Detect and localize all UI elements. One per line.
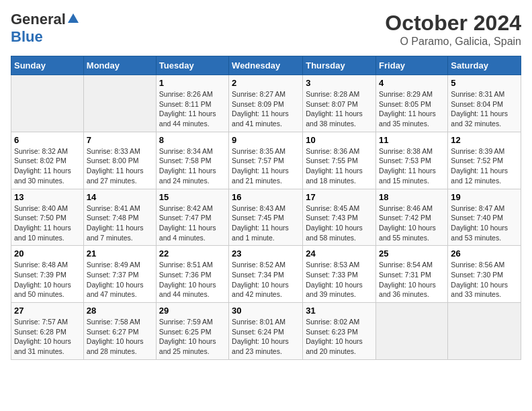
- calendar-cell: 26Sunrise: 8:56 AMSunset: 7:30 PMDayligh…: [448, 246, 521, 303]
- cell-details: Sunrise: 8:27 AMSunset: 8:09 PMDaylight:…: [232, 89, 300, 129]
- cell-details: Sunrise: 8:51 AMSunset: 7:36 PMDaylight:…: [159, 260, 226, 300]
- day-number: 4: [379, 78, 445, 88]
- calendar-cell: 25Sunrise: 8:54 AMSunset: 7:31 PMDayligh…: [376, 246, 448, 303]
- cell-details: Sunrise: 8:54 AMSunset: 7:31 PMDaylight:…: [379, 260, 445, 300]
- cell-details: Sunrise: 7:57 AMSunset: 6:28 PMDaylight:…: [14, 317, 81, 357]
- header-day-friday: Friday: [376, 56, 448, 75]
- cell-details: Sunrise: 8:43 AMSunset: 7:45 PMDaylight:…: [232, 203, 300, 243]
- day-number: 18: [379, 192, 445, 202]
- day-number: 8: [159, 135, 226, 145]
- calendar-title: October 2024: [385, 11, 521, 36]
- cell-details: Sunrise: 8:38 AMSunset: 7:53 PMDaylight:…: [379, 146, 445, 186]
- calendar-cell: 20Sunrise: 8:48 AMSunset: 7:39 PMDayligh…: [11, 246, 84, 303]
- calendar-cell: 1Sunrise: 8:26 AMSunset: 8:11 PMDaylight…: [156, 75, 228, 132]
- cell-details: Sunrise: 7:58 AMSunset: 6:27 PMDaylight:…: [87, 317, 153, 357]
- cell-details: Sunrise: 8:56 AMSunset: 7:30 PMDaylight:…: [451, 260, 518, 300]
- cell-details: Sunrise: 8:32 AMSunset: 8:02 PMDaylight:…: [14, 146, 81, 186]
- cell-details: Sunrise: 8:01 AMSunset: 6:24 PMDaylight:…: [232, 317, 300, 357]
- week-row-3: 13Sunrise: 8:40 AMSunset: 7:50 PMDayligh…: [11, 189, 521, 246]
- calendar-cell: 7Sunrise: 8:33 AMSunset: 8:00 PMDaylight…: [83, 132, 156, 189]
- calendar-cell: 10Sunrise: 8:36 AMSunset: 7:55 PMDayligh…: [303, 132, 376, 189]
- day-number: 1: [159, 78, 226, 88]
- calendar-cell: 12Sunrise: 8:39 AMSunset: 7:52 PMDayligh…: [448, 132, 521, 189]
- calendar-cell: 9Sunrise: 8:35 AMSunset: 7:57 PMDaylight…: [229, 132, 303, 189]
- day-number: 26: [451, 248, 518, 259]
- cell-details: Sunrise: 8:39 AMSunset: 7:52 PMDaylight:…: [451, 146, 518, 186]
- calendar-cell: 21Sunrise: 8:49 AMSunset: 7:37 PMDayligh…: [83, 246, 156, 303]
- svg-marker-0: [68, 13, 79, 23]
- cell-details: Sunrise: 8:33 AMSunset: 8:00 PMDaylight:…: [87, 146, 153, 186]
- calendar-cell: [11, 75, 84, 132]
- calendar-cell: 16Sunrise: 8:43 AMSunset: 7:45 PMDayligh…: [229, 189, 303, 246]
- logo-blue-text: Blue: [11, 28, 43, 45]
- logo-triangle-icon: [67, 12, 79, 24]
- calendar-cell: 6Sunrise: 8:32 AMSunset: 8:02 PMDaylight…: [11, 132, 84, 189]
- header-day-thursday: Thursday: [303, 56, 376, 75]
- cell-details: Sunrise: 8:02 AMSunset: 6:23 PMDaylight:…: [306, 317, 373, 357]
- header-day-tuesday: Tuesday: [156, 56, 228, 75]
- day-number: 20: [14, 248, 81, 259]
- calendar-cell: 17Sunrise: 8:45 AMSunset: 7:43 PMDayligh…: [303, 189, 376, 246]
- calendar-cell: 4Sunrise: 8:29 AMSunset: 8:05 PMDaylight…: [376, 75, 448, 132]
- cell-details: Sunrise: 8:34 AMSunset: 7:58 PMDaylight:…: [159, 146, 226, 186]
- day-number: 28: [87, 306, 153, 316]
- day-number: 25: [379, 248, 445, 259]
- day-number: 17: [306, 192, 373, 202]
- cell-details: Sunrise: 7:59 AMSunset: 6:25 PMDaylight:…: [159, 317, 226, 357]
- day-number: 12: [451, 135, 518, 145]
- day-number: 27: [14, 306, 81, 316]
- calendar-cell: 31Sunrise: 8:02 AMSunset: 6:23 PMDayligh…: [303, 303, 376, 360]
- day-number: 21: [87, 248, 153, 259]
- cell-details: Sunrise: 8:31 AMSunset: 8:04 PMDaylight:…: [451, 89, 518, 129]
- day-number: 13: [14, 192, 81, 202]
- day-number: 10: [306, 135, 373, 145]
- cell-details: Sunrise: 8:36 AMSunset: 7:55 PMDaylight:…: [306, 146, 373, 186]
- day-number: 15: [159, 192, 226, 202]
- logo-general-text: General: [11, 11, 66, 28]
- header-row: SundayMondayTuesdayWednesdayThursdayFrid…: [11, 56, 521, 75]
- calendar-cell: 13Sunrise: 8:40 AMSunset: 7:50 PMDayligh…: [11, 189, 84, 246]
- calendar-cell: [448, 303, 521, 360]
- logo: General Blue: [11, 11, 79, 46]
- cell-details: Sunrise: 8:53 AMSunset: 7:33 PMDaylight:…: [306, 260, 373, 300]
- day-number: 3: [306, 78, 373, 88]
- header-day-sunday: Sunday: [11, 56, 84, 75]
- title-block: October 2024 O Paramo, Galicia, Spain: [385, 11, 521, 48]
- header-day-saturday: Saturday: [448, 56, 521, 75]
- cell-details: Sunrise: 8:28 AMSunset: 8:07 PMDaylight:…: [306, 89, 373, 129]
- week-row-5: 27Sunrise: 7:57 AMSunset: 6:28 PMDayligh…: [11, 303, 521, 360]
- calendar-table: SundayMondayTuesdayWednesdayThursdayFrid…: [11, 56, 521, 360]
- day-number: 31: [306, 306, 373, 316]
- day-number: 7: [87, 135, 153, 145]
- day-number: 16: [232, 192, 300, 202]
- day-number: 5: [451, 78, 518, 88]
- cell-details: Sunrise: 8:45 AMSunset: 7:43 PMDaylight:…: [306, 203, 373, 243]
- cell-details: Sunrise: 8:35 AMSunset: 7:57 PMDaylight:…: [232, 146, 300, 186]
- day-number: 24: [306, 248, 373, 259]
- day-number: 11: [379, 135, 445, 145]
- calendar-cell: [83, 75, 156, 132]
- cell-details: Sunrise: 8:49 AMSunset: 7:37 PMDaylight:…: [87, 260, 153, 300]
- cell-details: Sunrise: 8:48 AMSunset: 7:39 PMDaylight:…: [14, 260, 81, 300]
- cell-details: Sunrise: 8:40 AMSunset: 7:50 PMDaylight:…: [14, 203, 81, 243]
- calendar-cell: 11Sunrise: 8:38 AMSunset: 7:53 PMDayligh…: [376, 132, 448, 189]
- header-day-monday: Monday: [83, 56, 156, 75]
- calendar-cell: 28Sunrise: 7:58 AMSunset: 6:27 PMDayligh…: [83, 303, 156, 360]
- calendar-cell: 2Sunrise: 8:27 AMSunset: 8:09 PMDaylight…: [229, 75, 303, 132]
- cell-details: Sunrise: 8:46 AMSunset: 7:42 PMDaylight:…: [379, 203, 445, 243]
- day-number: 19: [451, 192, 518, 202]
- calendar-subtitle: O Paramo, Galicia, Spain: [385, 36, 521, 48]
- calendar-cell: 23Sunrise: 8:52 AMSunset: 7:34 PMDayligh…: [229, 246, 303, 303]
- cell-details: Sunrise: 8:42 AMSunset: 7:47 PMDaylight:…: [159, 203, 226, 243]
- calendar-cell: 24Sunrise: 8:53 AMSunset: 7:33 PMDayligh…: [303, 246, 376, 303]
- cell-details: Sunrise: 8:29 AMSunset: 8:05 PMDaylight:…: [379, 89, 445, 129]
- cell-details: Sunrise: 8:47 AMSunset: 7:40 PMDaylight:…: [451, 203, 518, 243]
- calendar-cell: 5Sunrise: 8:31 AMSunset: 8:04 PMDaylight…: [448, 75, 521, 132]
- calendar-cell: 8Sunrise: 8:34 AMSunset: 7:58 PMDaylight…: [156, 132, 228, 189]
- cell-details: Sunrise: 8:52 AMSunset: 7:34 PMDaylight:…: [232, 260, 300, 300]
- day-number: 22: [159, 248, 226, 259]
- page-header: General Blue October 2024 O Paramo, Gali…: [11, 11, 521, 48]
- calendar-cell: 14Sunrise: 8:41 AMSunset: 7:48 PMDayligh…: [83, 189, 156, 246]
- calendar-cell: 18Sunrise: 8:46 AMSunset: 7:42 PMDayligh…: [376, 189, 448, 246]
- day-number: 23: [232, 248, 300, 259]
